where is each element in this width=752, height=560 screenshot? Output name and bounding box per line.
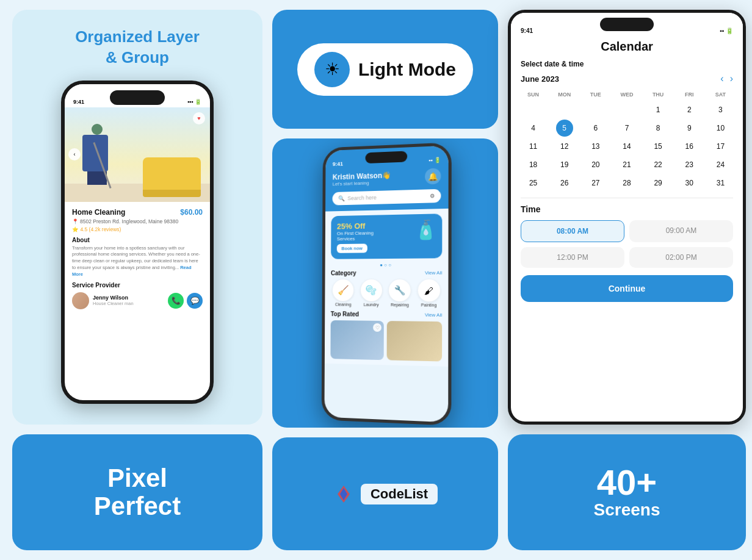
continue-btn[interactable]: Continue: [521, 275, 733, 302]
cleaning-icon: 🧹: [332, 279, 353, 301]
search-icon-app: 🔍: [338, 195, 345, 201]
pixel-perfect-text: Pixel Perfect: [94, 464, 181, 520]
cal-day-18[interactable]: 18: [525, 156, 542, 173]
cal-day-21[interactable]: 21: [618, 156, 635, 173]
cal-day-10[interactable]: 10: [712, 120, 729, 137]
day-header-sun: SUN: [518, 89, 548, 100]
cal-day-14[interactable]: 14: [618, 138, 635, 155]
month-prev-btn[interactable]: ‹: [720, 73, 723, 84]
codelist-brand-name: CodeList: [361, 484, 438, 504]
provider-info-group: Jenny Wilson House Cleaner man: [72, 292, 134, 309]
cal-day-24[interactable]: 24: [712, 156, 729, 173]
listing-header-row: Home Cleaning $60.00: [72, 208, 203, 217]
time-display-1: 9:41: [73, 99, 84, 105]
cal-day-7[interactable]: 7: [618, 120, 635, 137]
cal-empty-2: 0: [549, 101, 579, 118]
repairing-icon: 🔧: [389, 279, 411, 301]
cal-day-26[interactable]: 26: [556, 174, 573, 192]
app-search-bar[interactable]: 🔍 Search here ⚙: [332, 188, 441, 205]
notification-icon[interactable]: 🔔: [425, 168, 441, 184]
laundry-icon: 🫧: [360, 279, 381, 301]
time-btn-9am[interactable]: 09:00 AM: [629, 220, 733, 242]
day-header-sat: SAT: [706, 89, 736, 100]
category-repairing: 🔧 Repairing: [386, 279, 412, 306]
category-laundry: 🫧 Laundry: [358, 279, 384, 307]
card-light-mode: ☀ Light Mode: [272, 10, 498, 129]
app-body: 25% Off On First Cleaning Services Book …: [324, 208, 448, 366]
category-cleaning: 🧹 Cleaning: [330, 279, 355, 307]
cal-day-11[interactable]: 11: [525, 138, 542, 155]
time-btn-12pm[interactable]: 12:00 PM: [521, 247, 624, 268]
location-icon: 📍: [72, 218, 79, 224]
top-rated-images: ♡: [330, 320, 442, 361]
sun-icon-circle: ☀: [314, 52, 350, 87]
top-rated-img-2: [386, 321, 442, 361]
listing-price: $60.00: [180, 208, 203, 217]
cal-day-5-selected[interactable]: 5: [556, 120, 573, 137]
cal-day-17[interactable]: 17: [712, 138, 729, 155]
nav-back-btn[interactable]: ‹: [68, 148, 81, 160]
screens-content: 40+ Screens: [594, 465, 660, 520]
calendar-notch: [600, 18, 654, 31]
cal-day-1[interactable]: 1: [649, 101, 667, 118]
cal-day-3[interactable]: 3: [712, 101, 729, 118]
listing-rating: ⭐ 4.5 (4.2k reviews): [72, 226, 203, 232]
banner-book-btn[interactable]: Book now: [336, 243, 367, 253]
cal-day-9[interactable]: 9: [681, 120, 698, 137]
cal-day-8[interactable]: 8: [649, 120, 667, 137]
cal-day-27[interactable]: 27: [587, 174, 604, 192]
card-organized-layer: Organized Layer & Group 9:41 ▪▪▪ 🔋: [12, 10, 262, 425]
day-header-tue: TUE: [580, 89, 610, 100]
screens-label: Screens: [594, 500, 660, 520]
month-name: June 2023: [521, 74, 559, 84]
fav-btn[interactable]: ♥: [193, 112, 205, 124]
signal-icons-1: ▪▪▪ 🔋: [187, 99, 201, 105]
cal-day-30[interactable]: 30: [681, 174, 698, 192]
cal-day-15[interactable]: 15: [649, 138, 667, 155]
view-all-top-rated[interactable]: View All: [424, 312, 441, 317]
cal-day-28[interactable]: 28: [618, 174, 635, 192]
app-greeting: Kristin Watson👋: [332, 170, 391, 181]
view-all-categories[interactable]: View All: [424, 270, 441, 275]
sofa: [143, 157, 201, 191]
provider-details: Jenny Wilson House Cleaner man: [93, 295, 134, 306]
fav-icon-1: ♡: [373, 323, 381, 331]
cal-day-6[interactable]: 6: [587, 120, 604, 137]
cal-day-12[interactable]: 12: [556, 138, 573, 155]
month-next-btn[interactable]: ›: [730, 73, 733, 84]
cal-day-16[interactable]: 16: [681, 138, 698, 155]
card1-title: Organized Layer & Group: [75, 27, 200, 68]
about-text: Transform your home into a spotless sanc…: [72, 245, 203, 278]
time-btn-2pm[interactable]: 02:00 PM: [629, 247, 733, 268]
day-header-fri: FRI: [674, 89, 704, 100]
cal-day-22[interactable]: 22: [649, 156, 667, 173]
cal-signal: ▪▪ 🔋: [720, 27, 733, 34]
time-btn-8am[interactable]: 08:00 AM: [521, 220, 624, 242]
listing-title: Home Cleaning: [72, 208, 125, 217]
cal-day-2[interactable]: 2: [681, 101, 698, 118]
provider-role: House Cleaner man: [93, 301, 134, 306]
category-painting: 🖌 Painting: [416, 279, 442, 307]
banner-dots: ● ○ ○: [331, 262, 442, 268]
cal-day-23[interactable]: 23: [681, 156, 698, 173]
day-header-thu: THU: [643, 89, 673, 100]
app-banner: 25% Off On First Cleaning Services Book …: [331, 214, 442, 259]
cal-day-31[interactable]: 31: [712, 174, 729, 192]
cal-day-29[interactable]: 29: [649, 174, 667, 192]
app-greeting-group: Kristin Watson👋 Let's start leaning: [332, 170, 391, 186]
message-btn[interactable]: 💬: [187, 293, 203, 309]
app-phone-notch: [364, 151, 407, 163]
codelist-branding: CodeList: [333, 483, 438, 505]
light-mode-label: Light Mode: [358, 59, 456, 80]
provider-contact-btns: 📞 💬: [168, 293, 203, 309]
listing-content: Home Cleaning $60.00 📍 8502 Preston Rd. …: [65, 202, 210, 315]
cal-day-4[interactable]: 4: [525, 120, 542, 137]
cal-divider: [521, 198, 733, 198]
cal-day-19[interactable]: 19: [556, 156, 573, 173]
cal-day-25[interactable]: 25: [525, 174, 542, 192]
filter-icon[interactable]: ⚙: [430, 193, 435, 199]
cal-day-20[interactable]: 20: [587, 156, 604, 173]
cal-day-13[interactable]: 13: [587, 138, 604, 155]
month-nav-btns: ‹ ›: [720, 73, 733, 84]
phone-btn[interactable]: 📞: [168, 293, 184, 309]
